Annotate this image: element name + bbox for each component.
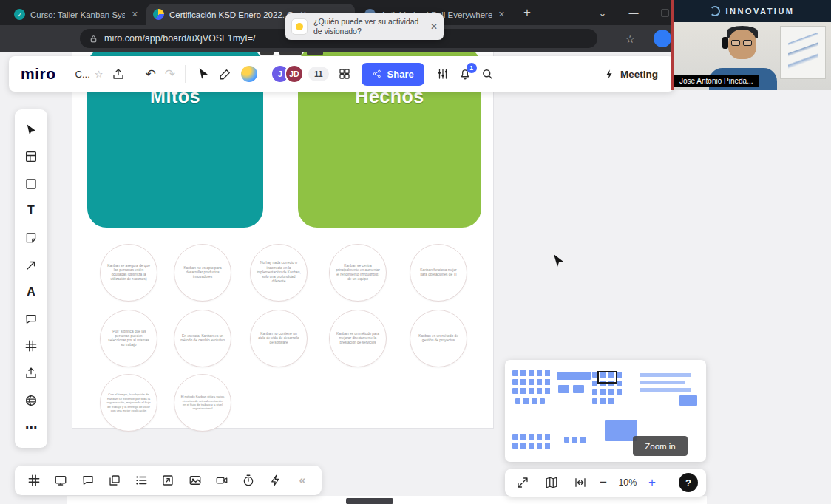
kanban-card[interactable]: Kanban se asegura de que las personas es… [100, 244, 157, 302]
comment-tool[interactable] [19, 308, 43, 330]
search-button[interactable] [481, 67, 494, 81]
tab1-favicon-icon: ✓ [14, 9, 25, 20]
pen-tool[interactable]: A [19, 281, 43, 303]
video-chat-button[interactable] [212, 471, 231, 490]
minimap-toggle-button[interactable] [542, 473, 561, 492]
more-tools[interactable]: ⋯ [19, 416, 43, 438]
tab1-close-icon[interactable]: ✕ [132, 10, 138, 19]
tab2-favicon-icon [153, 9, 164, 20]
glasses-shape [731, 40, 740, 46]
tab1-title: Curso: Taller Kanban System Des [30, 10, 125, 19]
help-button[interactable]: ? [679, 473, 698, 492]
collaborator-avatars[interactable]: J JD 11 [271, 64, 329, 84]
innovatium-logo-icon [710, 6, 720, 16]
zoom-in-button[interactable]: + [648, 475, 656, 490]
participant-name-tag: Jose Antonio Pineda... [674, 75, 759, 87]
frames-tool[interactable] [19, 335, 43, 357]
templates-tool[interactable] [19, 146, 43, 168]
board-title[interactable]: C... ☆ [75, 69, 104, 80]
kanban-card[interactable]: Kanban es un método para mejorar directa… [329, 310, 387, 367]
kanban-card[interactable]: Kanban es un método de gestión de proyec… [410, 310, 467, 367]
quick-actions-button[interactable] [266, 471, 285, 490]
notifications-bell-button[interactable]: 1 [458, 67, 472, 81]
notification-text: ¿Quién puede ver su actividad de visiona… [313, 17, 424, 36]
toolbar-divider [185, 65, 186, 83]
kanban-card[interactable]: No hay nada correcto o incorrecto en la … [250, 244, 308, 302]
frames-panel-button[interactable] [24, 471, 44, 490]
tab-search-chevron-icon[interactable]: ⌄ [591, 0, 614, 25]
innovatium-brand-text: INNOVATIUM [725, 7, 794, 16]
browser-profile-avatar[interactable] [654, 30, 671, 47]
lightning-icon [604, 69, 615, 80]
export-button[interactable] [158, 471, 177, 490]
collapse-toolbar-button[interactable]: « [293, 471, 312, 490]
avatar-jd[interactable]: JD [285, 64, 304, 84]
minimap-shape [558, 385, 569, 393]
minimap-shape [640, 381, 685, 384]
minimap-shape [512, 370, 551, 376]
glasses-shape [743, 40, 752, 46]
minimap-shape [512, 434, 551, 440]
zoom-level[interactable]: 10% [617, 477, 639, 488]
url-text: miro.com/app/board/uXjVOSF1myI=/ [104, 33, 256, 44]
timer-button[interactable] [239, 471, 258, 490]
minimap-viewport[interactable] [597, 371, 617, 384]
minimap-shape [564, 437, 586, 443]
export-board-button[interactable] [112, 67, 125, 81]
bookmark-star-icon[interactable]: ☆ [625, 33, 635, 45]
minimap-shape [573, 385, 584, 393]
redo-button[interactable]: ↷ [165, 67, 175, 82]
undo-button[interactable]: ↶ [145, 67, 155, 82]
fit-to-screen-button[interactable] [571, 473, 590, 492]
kanban-card[interactable]: En esencia, Kanban es un método de cambi… [174, 310, 231, 367]
miro-top-toolbar: miro C... ☆ ↶ ↷ J JD 11 Share 1 Meeting [9, 56, 674, 92]
text-tool[interactable]: T [19, 200, 43, 222]
select-mode-button[interactable] [197, 67, 210, 81]
cards-button[interactable] [105, 471, 124, 490]
connector-tool[interactable] [19, 254, 43, 276]
favorite-star-icon[interactable]: ☆ [95, 69, 104, 80]
browser-tab-1[interactable]: ✓ Curso: Taller Kanban System Des ✕ [7, 4, 145, 25]
kanban-card[interactable]: Kanban funciona mejor para operaciones d… [410, 244, 467, 302]
laser-pen-button[interactable] [219, 67, 232, 81]
window-minimize-button[interactable]: — [623, 0, 645, 25]
reactions-sphere-icon[interactable] [241, 66, 257, 82]
minimap-shape [640, 373, 691, 377]
kanban-card[interactable]: El método Kanban utiliza varios circuito… [174, 374, 231, 432]
apps-tool[interactable] [19, 389, 43, 412]
meeting-button[interactable]: Meeting [604, 69, 662, 80]
notification-app-icon [291, 18, 308, 35]
apps-grid-button[interactable] [338, 67, 351, 81]
collaborators-count-badge[interactable]: 11 [308, 67, 329, 81]
kanban-card[interactable]: Kanban no contiene un ciclo de vida de d… [250, 310, 308, 367]
remote-cursor-icon [553, 254, 565, 268]
select-tool[interactable] [19, 119, 43, 141]
share-button[interactable]: Share [362, 63, 424, 86]
minimap-shape [512, 443, 551, 449]
kanban-card[interactable]: Con el tiempo, la adopción de Kanban se … [100, 374, 157, 432]
webcam-brand-band: INNOVATIUM [674, 0, 831, 22]
toolbar-divider [135, 65, 135, 83]
upload-tool[interactable] [19, 362, 43, 384]
miro-logo[interactable]: miro [21, 65, 56, 83]
tab3-close-icon[interactable]: ✕ [498, 10, 505, 19]
board-settings-sliders-button[interactable] [436, 67, 450, 81]
sticky-note-tool[interactable] [19, 227, 43, 249]
fullscreen-button[interactable] [513, 473, 532, 492]
wall-art [780, 26, 826, 79]
image-button[interactable] [186, 471, 205, 490]
minimap-shape [512, 388, 551, 394]
presentation-button[interactable] [51, 471, 70, 490]
comments-panel-button[interactable] [78, 471, 98, 490]
bulk-mode-button[interactable] [132, 471, 151, 490]
shapes-tool[interactable] [19, 173, 43, 195]
zoom-controls: − 10% + ? [505, 469, 706, 497]
notification-close-icon[interactable]: ✕ [430, 21, 438, 32]
kanban-card[interactable]: Kanban se centra principalmente en aumen… [329, 244, 387, 302]
zoom-out-button[interactable]: − [600, 475, 607, 490]
minimap-shape [557, 372, 591, 380]
new-tab-button[interactable]: + [516, 0, 538, 25]
kanban-card[interactable]: Kanban no es apto para desarrollar produ… [174, 244, 231, 302]
kanban-card[interactable]: "Pull" significa que las personas pueden… [100, 310, 157, 367]
zoom-in-tooltip: Zoom in [633, 436, 688, 456]
